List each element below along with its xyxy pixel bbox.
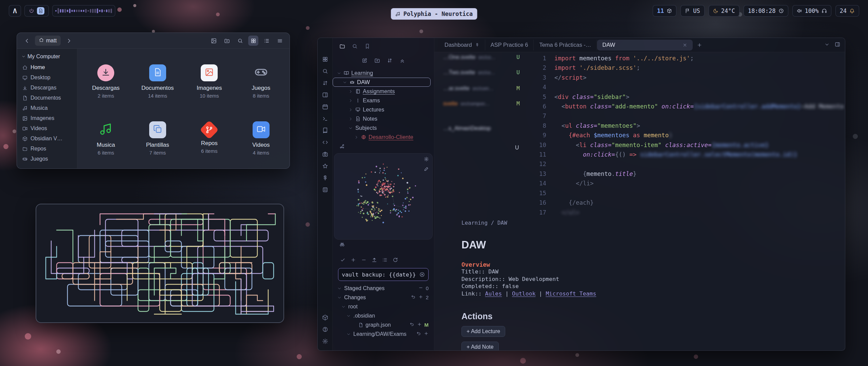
undo-icon[interactable] bbox=[410, 322, 414, 328]
blurred-file-item[interactable]: sveltesrc/compon…M bbox=[443, 100, 520, 107]
folder-sidebar-tab-icon[interactable] bbox=[339, 43, 345, 50]
folder-juegos[interactable]: Juegos8 items bbox=[235, 53, 287, 110]
sidebar-item-descargas[interactable]: Descargas bbox=[20, 83, 74, 93]
bookmark-sidebar-tab-icon[interactable] bbox=[364, 43, 370, 50]
code-editor[interactable]: 1234567891011121314151617 import memento… bbox=[532, 54, 844, 217]
graph-settings-icon[interactable] bbox=[424, 157, 429, 163]
preview-toggle-icon[interactable] bbox=[209, 36, 219, 46]
tab-list-icon[interactable] bbox=[825, 42, 829, 48]
edit-action-icon[interactable] bbox=[362, 58, 368, 63]
media-pill[interactable]: Polyphia - Neurotica bbox=[391, 8, 477, 20]
folder-documentos[interactable]: Documentos14 items bbox=[132, 53, 184, 110]
sidebar-item-videos[interactable]: Videos bbox=[20, 123, 74, 134]
dollar-ribbon-icon[interactable] bbox=[321, 174, 329, 182]
workspace-visualizer[interactable] bbox=[52, 5, 115, 17]
notes-icon[interactable] bbox=[37, 7, 44, 15]
dice-ribbon-icon[interactable] bbox=[321, 186, 329, 194]
terminal-ribbon-icon[interactable] bbox=[321, 115, 329, 122]
star-ribbon-icon[interactable] bbox=[321, 162, 329, 170]
blurred-file-item[interactable]: …One.sveltesrc/co…U bbox=[443, 54, 520, 60]
link-microsoft-teams[interactable]: Microsoft Teams bbox=[546, 290, 596, 297]
undo-icon[interactable] bbox=[411, 294, 416, 300]
check-git-icon[interactable] bbox=[340, 257, 346, 264]
grid-ribbon-icon[interactable] bbox=[321, 56, 329, 63]
sidebar-item-musica[interactable]: Musica bbox=[20, 103, 74, 113]
launcher-button[interactable]: Λ bbox=[9, 5, 21, 17]
tab-tema-6-pr-cticas[interactable]: Tema 6 Prácticas -… bbox=[534, 40, 597, 50]
graph-style-icon[interactable] bbox=[424, 166, 429, 173]
git-change-obsidian[interactable]: .obsidian bbox=[333, 311, 434, 320]
updates-pill[interactable]: 11 bbox=[653, 5, 676, 17]
code-ribbon-icon[interactable] bbox=[321, 139, 329, 146]
new-folder-icon[interactable] bbox=[222, 36, 232, 46]
sidebar-item-desktop[interactable]: Desktop bbox=[20, 73, 74, 83]
sidebar-section-title[interactable]: My Computer bbox=[20, 52, 74, 62]
button-add-note[interactable]: + Add Note bbox=[461, 342, 499, 350]
undo-icon[interactable] bbox=[416, 331, 421, 337]
link-outlook[interactable]: Outlook bbox=[512, 290, 536, 297]
link-aules[interactable]: Aules bbox=[485, 290, 502, 297]
plus-icon[interactable] bbox=[424, 331, 429, 337]
local-graph-view[interactable] bbox=[334, 153, 433, 240]
git-change-root[interactable]: root bbox=[333, 302, 434, 311]
tab-asp-practice-6[interactable]: ASP Practice 6 bbox=[485, 40, 534, 50]
volume-pill[interactable]: 100% bbox=[792, 5, 831, 17]
gear-ribbon-icon[interactable] bbox=[321, 338, 329, 345]
tree-item-desarrollo-cliente[interactable]: Desarrollo-Cliente bbox=[333, 133, 431, 142]
blurred-file-item[interactable]: …Two.sveltesrc/co…U bbox=[443, 69, 520, 76]
plus-icon[interactable] bbox=[418, 294, 423, 300]
sidebar-item-imagenes[interactable]: Imagenes bbox=[20, 113, 74, 123]
folder-descargas[interactable]: Descargas2 items bbox=[80, 53, 132, 110]
note-breadcrumb[interactable]: Learning / DAW bbox=[461, 220, 767, 226]
breadcrumb[interactable]: matt bbox=[35, 36, 61, 46]
tab-dashboard[interactable]: Dashboard bbox=[439, 40, 485, 50]
refresh-git-icon[interactable] bbox=[393, 257, 398, 264]
upload-git-icon[interactable] bbox=[372, 257, 377, 264]
sidebar-item-documentos[interactable]: Documentos bbox=[20, 93, 74, 103]
sidebar-item-juegos[interactable]: Juegos bbox=[20, 154, 74, 164]
power-icon[interactable] bbox=[29, 8, 34, 14]
collapse-action-icon[interactable] bbox=[399, 58, 405, 63]
tree-item-learning[interactable]: Learning bbox=[333, 68, 431, 78]
blurred-file-item[interactable]: …ar.sveltesrc/com…M bbox=[443, 85, 520, 92]
minus-icon[interactable] bbox=[418, 285, 423, 291]
git-section-staged-changes[interactable]: Staged Changes0 bbox=[333, 284, 434, 293]
keyboard-layout-pill[interactable]: US bbox=[680, 5, 704, 17]
menu-icon[interactable] bbox=[275, 36, 285, 46]
sort-action-icon[interactable] bbox=[387, 58, 393, 63]
git-panel-icon[interactable] bbox=[339, 242, 345, 248]
box-ribbon-icon[interactable] bbox=[321, 314, 329, 321]
weather-pill[interactable]: 24°C bbox=[709, 5, 739, 17]
search-ribbon-icon[interactable] bbox=[321, 67, 329, 75]
search-icon[interactable] bbox=[235, 36, 245, 46]
tree-item-exams[interactable]: Exams bbox=[333, 96, 431, 105]
folder-repos[interactable]: Repos6 items bbox=[183, 110, 235, 167]
close-tab-icon[interactable] bbox=[683, 43, 687, 47]
git-section-changes[interactable]: Changes2 bbox=[333, 293, 434, 302]
tree-item-subjects[interactable]: Subjects bbox=[333, 123, 431, 133]
help-ribbon-icon[interactable] bbox=[321, 326, 329, 333]
book-ribbon-icon[interactable] bbox=[321, 127, 329, 134]
minus-git-icon[interactable] bbox=[361, 257, 367, 264]
folderPlus-action-icon[interactable] bbox=[374, 58, 380, 63]
notifications-pill[interactable]: 24 bbox=[835, 5, 859, 17]
plus-git-icon[interactable] bbox=[351, 257, 356, 264]
graph-panel-icon[interactable] bbox=[339, 144, 345, 150]
git-change-learning-daw-exams[interactable]: Learning/DAW/Exams bbox=[333, 329, 434, 339]
tree-item-daw[interactable]: DAW bbox=[333, 78, 431, 87]
tab-daw[interactable]: DAW bbox=[597, 40, 693, 50]
folder-videos[interactable]: Videos4 items bbox=[235, 110, 287, 167]
folder-musica[interactable]: Musica6 items bbox=[80, 110, 132, 167]
clock-pill[interactable]: 18:08:28 bbox=[744, 5, 788, 17]
sidebar-item-repos[interactable]: Repos bbox=[20, 144, 74, 154]
search-sidebar-tab-icon[interactable] bbox=[352, 43, 358, 50]
sidebar-item-obsidian-v[interactable]: Obsidian V… bbox=[20, 134, 74, 144]
button-add-lecture[interactable]: + Add Lecture bbox=[461, 326, 505, 337]
tree-item-assignments[interactable]: Assignments bbox=[333, 87, 431, 96]
camera-ribbon-icon[interactable] bbox=[321, 150, 329, 158]
plus-icon[interactable] bbox=[417, 322, 422, 328]
sort-ribbon-icon[interactable] bbox=[321, 79, 329, 87]
sidebar-item-home[interactable]: Home bbox=[20, 62, 74, 73]
list-view-icon[interactable] bbox=[261, 36, 272, 46]
git-change-graph-json[interactable]: graph.jsonM bbox=[333, 320, 434, 329]
